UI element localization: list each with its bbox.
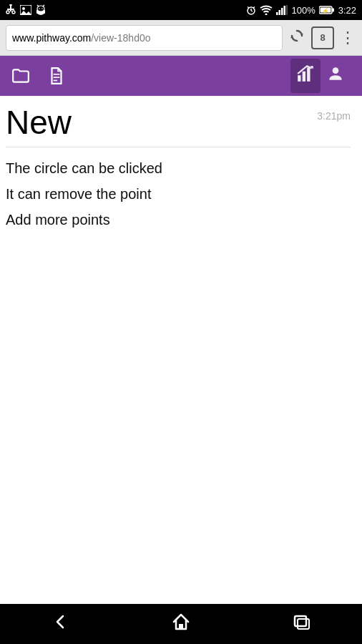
svg-point-4: [12, 11, 15, 14]
svg-rect-43: [179, 624, 183, 629]
battery-charging-icon: ⚡: [319, 6, 335, 14]
refresh-button[interactable]: [287, 29, 307, 47]
recent-button[interactable]: [280, 606, 323, 642]
nav-bar-left: [11, 67, 66, 85]
svg-point-3: [6, 11, 9, 14]
svg-point-17: [41, 8, 43, 9]
wifi-icon: [260, 5, 273, 15]
nav-bar: [0, 56, 362, 96]
svg-rect-2: [7, 9, 14, 10]
status-bar-left: [6, 4, 46, 16]
url-box[interactable]: www.pithway.com /view-18hd0o: [6, 25, 283, 51]
note-body: The circle can be clicked It can remove …: [6, 156, 351, 232]
address-bar: www.pithway.com /view-18hd0o 8 ⋮: [0, 20, 362, 56]
svg-point-16: [39, 8, 40, 9]
svg-rect-38: [298, 75, 300, 82]
profile-button[interactable]: [321, 59, 351, 93]
svg-rect-31: [332, 9, 334, 12]
alarm-icon: [246, 5, 256, 15]
svg-line-21: [248, 7, 249, 9]
svg-rect-28: [286, 5, 288, 15]
svg-line-22: [253, 7, 255, 9]
tab-count: 8: [320, 32, 325, 43]
tabs-button[interactable]: 8: [311, 26, 334, 49]
svg-line-20: [251, 11, 253, 11]
note-line-3: Add more points: [6, 208, 351, 232]
url-domain: www.pithway.com: [12, 32, 91, 44]
svg-point-23: [265, 14, 268, 16]
svg-rect-45: [298, 619, 309, 629]
svg-rect-27: [284, 6, 286, 15]
note-line-1: The circle can be clicked: [6, 156, 351, 180]
android-icon: [36, 4, 46, 16]
note-time: 3:21pm: [317, 110, 351, 122]
bottom-nav: [0, 604, 362, 644]
svg-rect-26: [281, 8, 283, 15]
svg-point-6: [22, 7, 25, 10]
back-button[interactable]: [39, 606, 82, 642]
svg-rect-44: [295, 616, 306, 626]
svg-rect-25: [279, 10, 281, 15]
folder-icon[interactable]: [11, 67, 30, 85]
chart-button[interactable]: [290, 59, 321, 93]
home-button[interactable]: [160, 606, 202, 642]
usb-icon: [6, 4, 16, 16]
file-icon[interactable]: [47, 67, 66, 85]
note-title: New: [6, 104, 72, 141]
url-path: /view-18hd0o: [91, 32, 150, 44]
svg-text:⚡: ⚡: [322, 7, 329, 14]
status-bar: 100% ⚡ 3:22: [0, 0, 362, 20]
svg-marker-7: [20, 11, 31, 15]
note-header: New 3:21pm: [6, 104, 351, 147]
content-area: New 3:21pm The circle can be clicked It …: [0, 96, 362, 245]
status-bar-right: 100% ⚡ 3:22: [246, 5, 356, 16]
image-icon: [20, 5, 31, 15]
battery-percent: 100%: [291, 5, 315, 16]
svg-rect-0: [9, 4, 12, 6]
status-time: 3:22: [338, 5, 356, 16]
more-button[interactable]: ⋮: [338, 29, 356, 47]
nav-bar-right: [290, 59, 351, 93]
svg-point-15: [37, 6, 44, 11]
svg-rect-39: [303, 72, 305, 82]
svg-point-42: [333, 67, 339, 74]
signal-icon: [276, 5, 288, 15]
svg-rect-24: [276, 12, 278, 15]
svg-rect-40: [307, 67, 310, 82]
note-line-2: It can remove the point: [6, 182, 351, 206]
